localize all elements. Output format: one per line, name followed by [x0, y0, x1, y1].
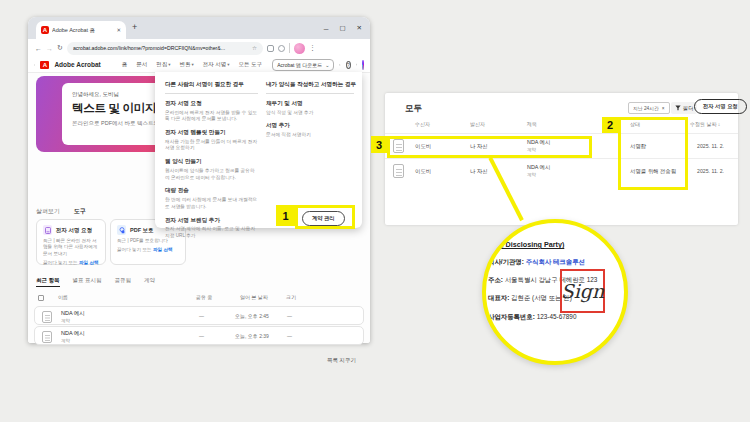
tool-card-link: 끌어다 놓기 또는 파일 선택	[43, 260, 99, 265]
tab-recent[interactable]: 최근 항목	[36, 277, 60, 287]
browser-tools-icon[interactable]	[278, 45, 285, 52]
chip-remove-icon[interactable]: ×	[662, 106, 665, 111]
row-sender: 나 자신	[470, 168, 488, 175]
document-heading: (사, Disclosing Party)	[492, 240, 564, 250]
bookmark-star-icon[interactable]: ☆	[252, 45, 257, 51]
agreement-row[interactable]: 이도비 나 자신 NDA 예시 계약 서명함 2025. 11. 2.	[385, 133, 738, 158]
request-esign-button[interactable]: 전자 서명 요청	[694, 99, 747, 114]
close-button[interactable]: ✕	[357, 24, 362, 32]
app-grid-icon[interactable]	[34, 61, 35, 69]
app-download-select[interactable]: Acrobat 앱 다운로드 ⌄	[272, 59, 334, 71]
tool-card-desc: 최근 | 빠른 온라인 전자 서명을 위해 다른 사용자에게 문서 보내기	[43, 238, 99, 257]
minimize-button[interactable]: ─	[324, 25, 329, 32]
row-subject: NDA 예시	[527, 164, 550, 171]
nav-all-tools[interactable]: 모든 도구	[239, 61, 263, 68]
chevron-down-icon: ▾	[192, 62, 194, 67]
row-status: 서명을 위해 전송됨	[630, 168, 676, 175]
document-field: 회사/기관명: 주식회사 테크솔루션	[488, 258, 585, 267]
file-opened-date: 오늘, 오후 2:39	[235, 333, 269, 339]
file-size: —	[287, 333, 292, 339]
file-select-link[interactable]: 파일 선택	[153, 247, 173, 252]
address-bar[interactable]: acrobat.adobe.com/link/home/?promoid=DRC…	[67, 42, 263, 55]
url-text: acrobat.adobe.com/link/home/?promoid=DRC…	[73, 45, 249, 51]
back-icon[interactable]: ←	[35, 45, 42, 52]
browser-extension-icon[interactable]	[267, 45, 274, 52]
nav-edit[interactable]: 편집▾	[156, 61, 170, 68]
tab-starred[interactable]: 별표 표시됨	[73, 277, 102, 287]
tab-shared[interactable]: 공유됨	[115, 277, 132, 287]
nav-home[interactable]: 홈	[122, 61, 128, 68]
callout-step-3: 3	[371, 136, 387, 153]
row-status: 서명함	[630, 143, 646, 150]
file-row[interactable]: NDA 예시 계약 — 오늘, 오후 2:39 —	[34, 326, 364, 345]
col-recipient: 수신자	[415, 121, 430, 127]
col-opened: 열어 본 날짜	[240, 294, 268, 300]
panel-title: 모두	[405, 103, 422, 115]
nav-esign[interactable]: 전자 서명▾	[203, 61, 230, 68]
browser-tab[interactable]: A Adobe Acrobat 홈 ✕	[36, 21, 126, 39]
reload-icon[interactable]: ↻	[57, 44, 63, 52]
file-sharing: —	[199, 313, 204, 319]
row-recipient: 이도비	[415, 168, 431, 175]
protect-lock-icon	[117, 225, 126, 235]
col-sender: 발신자	[470, 121, 485, 127]
manage-agreements-button[interactable]: 계약 관리	[302, 211, 345, 226]
row-type: 계약	[527, 172, 536, 177]
file-select-link[interactable]: 파일 선택	[79, 260, 99, 265]
row-date: 2025. 11. 2.	[697, 143, 724, 149]
tutorial-screenshot: A Adobe Acrobat 홈 ✕ + ─ ▢ ✕ ← → ↻ acroba…	[0, 0, 750, 422]
browser-menu-icon[interactable]: ⋮	[309, 44, 316, 52]
file-list-tabs: 최근 항목 별표 표시됨 공유됨 계약	[36, 277, 155, 287]
menu-item-add-signature[interactable]: 서명 추가 문서에 직접 서명하기	[266, 122, 354, 138]
new-tab-button[interactable]: +	[132, 23, 137, 32]
acrobat-header: A Adobe Acrobat 홈 문서 편집▾ 변환▾ 전자 서명▾ 모든 도…	[28, 57, 370, 73]
chevron-down-icon: ⌄	[325, 62, 329, 68]
document-icon	[393, 139, 404, 153]
brand-name: Adobe Acrobat	[54, 61, 100, 68]
acrobat-nav: 홈 문서 편집▾ 변환▾ 전자 서명▾ 모든 도구	[122, 61, 262, 68]
col-modified[interactable]: 수정된 날짜 ↓	[690, 121, 720, 127]
clear-list-link[interactable]: 목록 지우기	[327, 357, 356, 364]
callout-step-2: 2	[602, 117, 618, 133]
row-subject: NDA 예시	[527, 139, 550, 146]
menu-item-request-esign[interactable]: 전자 서명 요청 온라인에서 빠르게 전자 서명을 받을 수 있도록 다른 사람…	[165, 100, 258, 123]
menu-item-esign-branding[interactable]: 전자 서명 브랜딩 추가 전자 서명 계약에 회사 이름, 로고 및 사용자 지…	[165, 217, 258, 240]
tab-agreements[interactable]: 계약	[144, 277, 155, 287]
funnel-icon	[675, 105, 681, 111]
nav-documents[interactable]: 문서	[136, 61, 147, 68]
file-name: NDA 예시	[61, 330, 85, 337]
nav-convert[interactable]: 변환▾	[180, 61, 194, 68]
agreement-row[interactable]: 이도비 나 자신 NDA 예시 계약 서명을 위해 전송됨 2025. 11. …	[385, 158, 738, 183]
document-icon	[393, 164, 404, 178]
tool-card-request-esign[interactable]: 전자 서명 요청 최근 | 빠른 온라인 전자 서명을 위해 다른 사용자에게 …	[36, 219, 106, 265]
help-icon[interactable]: ?	[346, 61, 351, 69]
col-subject: 제목	[527, 121, 537, 127]
browser-profile-avatar[interactable]	[294, 43, 305, 54]
callout-step-1: 1	[276, 205, 295, 226]
select-all-checkbox[interactable]	[38, 295, 44, 301]
forward-icon[interactable]: →	[46, 45, 53, 52]
menu-item-fill-sign[interactable]: 채우기 및 서명 양식 작성 및 서명 추가	[266, 100, 354, 116]
signature-text: Sign	[561, 280, 605, 302]
notification-bell-icon[interactable]	[356, 60, 357, 69]
search-icon[interactable]	[339, 61, 340, 69]
menu-item-bulk-send[interactable]: 대량 전송 한 번에 여러 사람에게 문서를 보내 개별적으로 서명을 받습니다…	[165, 187, 258, 210]
acrobat-profile-avatar[interactable]	[362, 60, 364, 70]
tool-card-title: 전자 서명 요청	[56, 227, 92, 234]
filter-chip[interactable]: 지난 24시간 ×	[628, 102, 670, 114]
tab-title: Adobe Acrobat 홈	[52, 27, 113, 34]
menu-item-esign-template[interactable]: 전자 서명 템플릿 만들기 재사용 가능한 문서를 만들어 더 빠르게 전자 서…	[165, 129, 258, 152]
file-size: —	[287, 313, 292, 319]
tab-close-icon[interactable]: ✕	[116, 27, 121, 33]
menu-item-web-form[interactable]: 웹 양식 만들기 웹사이트에 양식을 추가하고 링크를 공유하여 온라인으로 데…	[165, 158, 258, 181]
maximize-button[interactable]: ▢	[339, 24, 345, 32]
row-type: 계약	[527, 147, 536, 152]
dropdown-col-need-signature: 다른 사람의 서명이 필요한 경우 전자 서명 요청 온라인에서 빠르게 전자 …	[165, 81, 258, 240]
sort-down-icon: ↓	[718, 121, 721, 127]
dropdown-col-self-sign: 내가 양식을 작성하고 서명하는 경우 채우기 및 서명 양식 작성 및 서명 …	[266, 81, 354, 139]
chevron-down-icon: ▾	[227, 62, 229, 67]
tool-card-link: 끌어다 놓기 또는 파일 선택	[117, 247, 179, 252]
file-row[interactable]: NDA 예시 계약 — 오늘, 오후 2:45 —	[34, 306, 364, 325]
col-size: 크기	[286, 294, 296, 300]
file-opened-date: 오늘, 오후 2:45	[235, 313, 269, 319]
